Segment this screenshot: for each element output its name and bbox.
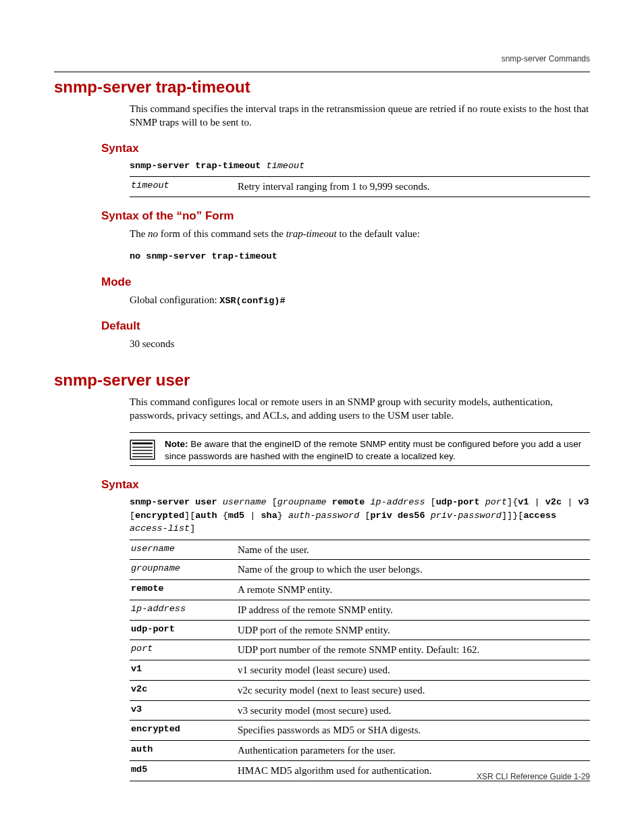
- syntax-token: v3: [578, 497, 589, 507]
- syntax-cmd-arg: timeout: [267, 161, 305, 171]
- syntax-token: ]{: [507, 497, 518, 507]
- syntax-command-1: snmp-server trap-timeout timeout: [130, 159, 590, 173]
- section-heading-user: snmp-server user: [54, 371, 590, 390]
- note-label: Note:: [165, 439, 188, 449]
- table-row: remoteA remote SNMP entity.: [130, 580, 590, 600]
- running-header: snmp-server Commands: [502, 54, 590, 63]
- syntax-token: [: [359, 511, 370, 521]
- syntax-token: |: [529, 497, 545, 507]
- noform-command: no snmp-server trap-timeout: [130, 250, 590, 263]
- table-row: v1v1 security model (least secure) used.: [130, 660, 590, 681]
- noform-pre: The: [130, 228, 148, 239]
- param-key: v2c: [130, 680, 236, 700]
- param-key: auth: [130, 741, 236, 761]
- param-key: encrypted: [130, 721, 236, 741]
- mode-heading: Mode: [101, 276, 590, 289]
- param-desc: v1 security model (least secure) used.: [236, 660, 590, 681]
- syntax-token: udp-port: [436, 497, 480, 507]
- syntax-token: priv-password: [431, 511, 502, 521]
- page-footer: XSR CLI Reference Guide 1-29: [477, 772, 590, 781]
- parameter-table-1: timeoutRetry interval ranging from 1 to …: [130, 176, 590, 197]
- syntax-token: username: [223, 497, 267, 507]
- syntax-token: auth: [195, 511, 217, 521]
- noform-em2: trap-timeout: [286, 228, 337, 239]
- param-key: udp-port: [130, 620, 236, 640]
- syntax-token: {: [217, 511, 228, 521]
- syntax-heading-1: Syntax: [101, 142, 590, 155]
- param-key: username: [130, 540, 236, 560]
- syntax-token: [365, 497, 370, 507]
- param-desc: v3 security model (most secure) used.: [236, 700, 590, 721]
- syntax-token: auth-password: [288, 511, 359, 521]
- syntax-token: snmp-server user: [130, 497, 223, 507]
- syntax-token: ]: [190, 523, 195, 533]
- syntax-token: sha: [261, 511, 277, 521]
- note-body: Be aware that the engineID of the remote…: [165, 439, 581, 461]
- syntax-heading-2: Syntax: [101, 478, 590, 492]
- default-heading: Default: [101, 319, 590, 333]
- table-row: timeoutRetry interval ranging from 1 to …: [130, 177, 590, 197]
- mode-code: XSR(config)#: [219, 296, 285, 306]
- noform-heading: Syntax of the “no” Form: [101, 209, 590, 223]
- syntax-token: ip-address: [371, 497, 425, 507]
- syntax-token: [556, 511, 562, 521]
- mode-text: Global configuration: XSR(config)#: [130, 293, 590, 307]
- syntax-token: [: [425, 497, 436, 507]
- syntax-token: remote: [332, 497, 365, 507]
- table-row: ip-addressIP address of the remote SNMP …: [130, 600, 590, 620]
- syntax-token: [480, 497, 485, 507]
- syntax-token: encrypted: [135, 511, 184, 521]
- param-desc: Authentication parameters for the user.: [236, 741, 590, 761]
- param-desc: UDP port of the remote SNMP entity.: [236, 620, 590, 640]
- param-desc: UDP port number of the remote SNMP entit…: [236, 640, 590, 660]
- table-row: encryptedSpecifies passwords as MD5 or S…: [130, 721, 590, 741]
- syntax-command-2: snmp-server user username [groupname rem…: [130, 496, 590, 536]
- section2-intro: This command configures local or remote …: [130, 395, 590, 423]
- syntax-token: md5: [228, 511, 244, 521]
- noform-mid: form of this command sets the: [158, 228, 286, 239]
- syntax-token: }: [277, 511, 288, 521]
- syntax-token: priv des56: [371, 511, 425, 521]
- syntax-token: ][: [184, 511, 195, 521]
- param-desc: v2c security model (next to least secure…: [236, 680, 590, 700]
- mode-label: Global configuration:: [130, 294, 219, 305]
- default-text: 30 seconds: [130, 337, 590, 350]
- table-row: groupnameName of the group to which the …: [130, 560, 590, 580]
- param-desc: Retry interval ranging from 1 to 9,999 s…: [236, 177, 590, 197]
- param-key: groupname: [130, 560, 236, 580]
- syntax-token: groupname: [277, 497, 327, 507]
- param-key: port: [130, 640, 236, 660]
- noform-em1: no: [148, 228, 158, 239]
- table-row: authAuthentication parameters for the us…: [130, 741, 590, 761]
- syntax-cmd-keyword: snmp-server trap-timeout: [130, 161, 267, 171]
- table-row: v2cv2c security model (next to least sec…: [130, 680, 590, 700]
- header-divider: [54, 72, 590, 72]
- param-key: timeout: [130, 177, 236, 197]
- note-top-rule: [130, 432, 590, 433]
- noform-post: to the default value:: [337, 228, 420, 239]
- parameter-table-2: usernameName of the user.groupnameName o…: [130, 540, 590, 781]
- syntax-token: port: [485, 497, 507, 507]
- syntax-token: v2c: [545, 497, 562, 507]
- param-key: ip-address: [130, 600, 236, 620]
- note-block: Note: Be aware that the engineID of the …: [130, 438, 590, 463]
- syntax-token: ]]}[: [502, 511, 523, 521]
- syntax-token: access: [523, 511, 556, 521]
- syntax-token: [: [267, 497, 277, 507]
- syntax-token: v1: [518, 497, 529, 507]
- table-row: v3v3 security model (most secure) used.: [130, 700, 590, 721]
- param-key: v3: [130, 700, 236, 721]
- syntax-token: [425, 511, 431, 521]
- table-row: portUDP port number of the remote SNMP e…: [130, 640, 590, 660]
- param-desc: A remote SNMP entity.: [236, 580, 590, 600]
- syntax-token: |: [244, 511, 261, 521]
- table-row: udp-portUDP port of the remote SNMP enti…: [130, 620, 590, 640]
- param-desc: Name of the group to which the user belo…: [236, 560, 590, 580]
- noform-text: The no form of this command sets the tra…: [130, 227, 590, 240]
- note-icon: [130, 440, 155, 463]
- table-row: usernameName of the user.: [130, 540, 590, 560]
- section-heading-trap-timeout: snmp-server trap-timeout: [54, 78, 590, 97]
- section1-intro: This command specifies the interval trap…: [130, 102, 590, 130]
- syntax-token: |: [562, 497, 578, 507]
- note-text: Note: Be aware that the engineID of the …: [165, 438, 590, 463]
